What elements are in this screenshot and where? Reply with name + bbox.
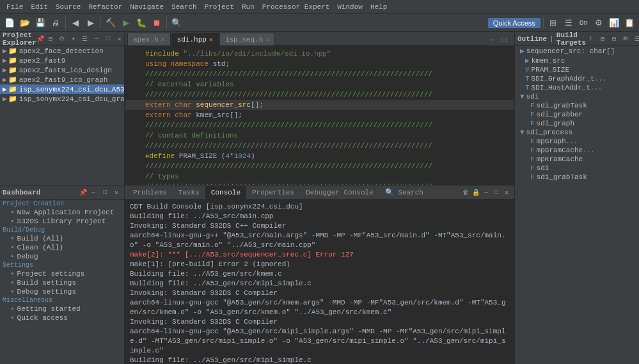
- menu-item-edit[interactable]: Edit: [27, 2, 51, 12]
- tab-search[interactable]: 🔍 Search: [379, 186, 429, 199]
- outline-item-sequencer-src[interactable]: ▶ sequencer_src: char[]: [515, 46, 639, 56]
- outline-item-sdi-process-ns[interactable]: ▼ sdi_process: [515, 128, 639, 137]
- menu-item-file[interactable]: File: [3, 2, 27, 12]
- dash-build-all[interactable]: •Build (All): [0, 234, 124, 243]
- outline-menu-icon[interactable]: ☰: [632, 34, 639, 44]
- editor-minimize-icon[interactable]: —: [487, 35, 498, 45]
- editor-maximize-icon[interactable]: □: [499, 35, 509, 45]
- outline-item-sdi-grabtask2[interactable]: F sdi_grabTask: [515, 173, 639, 182]
- bullet-icon: •: [10, 270, 15, 278]
- icon3[interactable]: 📋: [622, 16, 636, 30]
- outline-item-pram-size[interactable]: # PRAM_SIZE: [515, 65, 639, 74]
- menu-item-refactor[interactable]: Refactor: [84, 2, 126, 12]
- dash-s32ds-library[interactable]: •S32DS Library Project: [0, 217, 124, 226]
- search-toolbar-button[interactable]: 🔍: [170, 16, 184, 30]
- perspective-button[interactable]: ⊞: [546, 16, 560, 30]
- console-close-icon[interactable]: ✕: [501, 187, 512, 198]
- tab-properties[interactable]: Properties: [246, 186, 300, 199]
- menu-item-processor-expert[interactable]: Processor Expert: [258, 2, 334, 12]
- outline-item-sdi-grabber[interactable]: F sdi_grabber: [515, 110, 639, 119]
- new-file-button[interactable]: 📄: [3, 16, 17, 30]
- icon1[interactable]: ⚙: [592, 16, 606, 30]
- sync-icon[interactable]: ⟳: [57, 34, 67, 44]
- tree-item-apex2-fast9-icp-graph[interactable]: ▶ 📁 apex2_fast9_icp_graph: [0, 75, 124, 84]
- outline-filter-icon[interactable]: ⊟: [609, 34, 619, 44]
- collapse-all-icon[interactable]: ⊟: [45, 34, 56, 44]
- menu-item-help[interactable]: Help: [367, 2, 391, 12]
- menu-item-search[interactable]: Search: [168, 2, 201, 12]
- open-button[interactable]: 📂: [18, 16, 32, 30]
- dash-build-settings[interactable]: •Build settings: [0, 278, 124, 287]
- outline-sort-icon[interactable]: ↕: [586, 34, 596, 44]
- console-scroll-lock-icon[interactable]: 🔒: [471, 187, 481, 198]
- outline-item-sdi-hostaddr[interactable]: T SDI_HostAddr_t ...: [515, 83, 639, 92]
- tab-console[interactable]: Console: [205, 186, 246, 199]
- outline-item-mpgraph[interactable]: F mpGraph ...: [515, 137, 639, 146]
- minimize-dashboard-icon[interactable]: —: [88, 187, 99, 198]
- save-button[interactable]: 💾: [33, 16, 47, 30]
- dash-debug-settings[interactable]: •Debug settings: [0, 287, 124, 296]
- editor-area[interactable]: #include "../libs/io/sdi/include/sdi_io.…: [125, 46, 514, 185]
- outline-item-mpgramcache[interactable]: F mpGramCache ...: [515, 146, 639, 155]
- dash-quick-access[interactable]: •Quick access: [0, 313, 124, 322]
- close-tab-sdi-hpp[interactable]: ✕: [209, 36, 213, 44]
- prev-button[interactable]: ◀: [68, 16, 83, 30]
- dash-project-settings[interactable]: •Project settings: [0, 269, 124, 278]
- project-menu-icon[interactable]: ☰: [80, 34, 90, 44]
- outline-item-sdi-graph[interactable]: F sdi_graph: [515, 119, 639, 128]
- maximize-project-icon[interactable]: □: [103, 34, 113, 44]
- menu-item-project[interactable]: Project: [201, 2, 238, 12]
- maximize-dashboard-icon[interactable]: □: [100, 187, 110, 198]
- menu-item-run[interactable]: Run: [238, 2, 258, 12]
- close-tab-apex-h[interactable]: ✕: [161, 36, 165, 44]
- tab-apex-h[interactable]: apex.h ✕: [127, 33, 171, 45]
- tree-item-isp-sony-a53[interactable]: ▶ 📁 isp_sonymx224_csi_dcu_A53: [0, 84, 124, 94]
- tree-item-isp-sony-graph[interactable]: ▶ 📁 isp_sonymx224_csi_dcu_graph: [0, 94, 124, 104]
- run-button[interactable]: ▶: [119, 16, 133, 30]
- tree-item-apex2-fast9[interactable]: ▶ 📁 apex2_fast9: [0, 56, 124, 65]
- outline-hide-icon[interactable]: 👁: [620, 34, 631, 44]
- outline-item-sdi-grabtask[interactable]: F sdi_grabTask: [515, 101, 639, 110]
- tab-tasks[interactable]: Tasks: [173, 186, 205, 199]
- tab-problems[interactable]: Problems: [127, 186, 173, 199]
- next-button[interactable]: ▶: [84, 16, 98, 30]
- dash-debug[interactable]: •Debug: [0, 252, 124, 261]
- outline-item-kmem-src[interactable]: ▶ kmem_src: [515, 56, 639, 65]
- stop-button[interactable]: ⏹: [150, 16, 164, 30]
- dash-new-app-project[interactable]: •New Application Project: [0, 208, 124, 217]
- outline-item-sdi-graphaddr[interactable]: T SDI_GraphAddr_t ...: [515, 74, 639, 83]
- outline-item-mpkramcache[interactable]: F mpKramCache: [515, 155, 639, 164]
- folder-icon: 📁: [8, 95, 17, 103]
- minimize-project-icon[interactable]: —: [91, 34, 102, 44]
- console-maximize-icon[interactable]: □: [491, 187, 501, 198]
- dash-getting-started[interactable]: •Getting started: [0, 305, 124, 313]
- console-clear-icon[interactable]: 🗑: [461, 187, 471, 198]
- close-project-icon[interactable]: ✕: [114, 34, 125, 44]
- tab-debugger-console[interactable]: Debugger Console: [300, 186, 379, 199]
- print-button[interactable]: 🖨: [49, 16, 63, 30]
- tree-item-apex2-face-detection[interactable]: ▶ 📁 apex2_face_detection: [0, 46, 124, 56]
- tree-item-apex2-fast9-icp-design[interactable]: ▶ 📁 apex2_fast9_icp_design: [0, 65, 124, 75]
- debug-button[interactable]: 🐛: [134, 16, 148, 30]
- filter-icon[interactable]: ▾: [68, 34, 79, 44]
- project-explorer-header: Project Explorer 📌 ⊟ ⟳ ▾ ☰ — □ ✕: [0, 32, 124, 46]
- icon2[interactable]: 📊: [607, 16, 621, 30]
- quick-access-button[interactable]: Quick Access: [488, 18, 540, 28]
- outline-item-sdi-ns[interactable]: ▼ sdi: [515, 92, 639, 101]
- outline-group-icon[interactable]: ⊞: [597, 34, 608, 44]
- tab-sdi-hpp[interactable]: sdi.hpp ✕: [171, 33, 219, 45]
- console-minimize-icon[interactable]: —: [481, 187, 491, 198]
- view-menu-button[interactable]: ☰: [562, 16, 576, 30]
- close-tab-isp-seq-h[interactable]: ✕: [265, 36, 269, 44]
- tab-isp-seq-h[interactable]: isp_seq.h ✕: [219, 33, 275, 45]
- menu-item-window[interactable]: Window: [333, 2, 367, 12]
- menu-item-navigate[interactable]: Navigate: [126, 2, 168, 12]
- build-button[interactable]: 🔨: [104, 16, 118, 30]
- menu-item-source[interactable]: Source: [52, 2, 85, 12]
- dash-clean-all[interactable]: •Clean (All): [0, 243, 124, 252]
- close-dashboard-icon[interactable]: ✕: [111, 187, 122, 198]
- folder-icon: 📁: [8, 47, 17, 55]
- outline-item-sdi2[interactable]: F sdi: [515, 164, 639, 173]
- console-content[interactable]: CDT Build Console [isp_sonymx224_csi_dcu…: [125, 200, 514, 364]
- console-line: CDT Build Console [isp_sonymx224_csi_dcu…: [130, 202, 509, 212]
